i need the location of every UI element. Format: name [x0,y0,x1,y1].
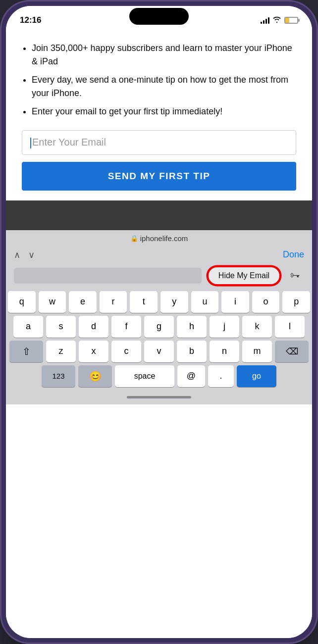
nav-up-arrow-icon[interactable]: ∧ [14,249,20,260]
send-my-first-tip-button[interactable]: SEND MY FIRST TIP [22,162,296,191]
keyboard-nav-bar: ∧ ∨ Done [6,247,312,263]
keyboard-row-3: ⇧ z x c v b n m ⌫ [8,341,310,362]
key-q[interactable]: q [8,291,36,313]
bullet-item-3: Enter your email to get your first tip i… [32,105,296,118]
bullet-item-2: Every day, we send a one-minute tip on h… [32,73,296,100]
key-c[interactable]: c [111,341,141,362]
key-w[interactable]: w [39,291,66,313]
key-a[interactable]: a [13,316,43,338]
key-f[interactable]: f [111,316,141,338]
wifi-icon [272,16,281,25]
key-g[interactable]: g [144,316,174,338]
key-u[interactable]: u [191,291,219,313]
home-indicator-area [6,392,312,404]
key-d[interactable]: d [79,316,108,338]
phone-frame: 12:16 [0,0,318,644]
cursor [30,138,31,149]
bullet-list: Join 350,000+ happy subscribers and lear… [22,42,296,118]
status-time: 12:16 [20,15,41,25]
key-o[interactable]: o [252,291,280,313]
key-period[interactable]: . [208,365,234,387]
keyboard: q w e r t y u i o p a s d f g [6,288,312,392]
battery-icon [284,17,298,24]
autocomplete-bar: Hide My Email 🗝 [6,263,312,288]
bullet-item-1: Join 350,000+ happy subscribers and lear… [32,42,296,68]
key-e[interactable]: e [69,291,97,313]
key-l[interactable]: l [275,316,305,338]
nav-down-arrow-icon[interactable]: ∨ [28,249,35,260]
keyboard-row-2: a s d f g h j k l [8,316,310,338]
page-content: Join 350,000+ happy subscribers and lear… [6,32,312,200]
key-r[interactable]: r [100,291,127,313]
key-go[interactable]: go [237,365,276,387]
key-shift[interactable]: ⇧ [9,341,43,362]
key-emoji[interactable]: 😊 [78,365,112,387]
key-s[interactable]: s [46,316,76,338]
safari-toolbar: 🔒 iphonelife.com [6,230,312,247]
dynamic-island [129,8,189,25]
safari-url-bar: 🔒 iphonelife.com [130,234,188,243]
key-delete[interactable]: ⌫ [275,341,309,362]
password-key-icon[interactable]: 🗝 [286,267,304,285]
key-j[interactable]: j [210,316,239,338]
key-at[interactable]: @ [177,365,205,387]
screen: 12:16 [6,6,312,638]
email-placeholder: Enter Your Email [32,137,106,148]
email-field[interactable]: Enter Your Email [30,137,288,149]
autocomplete-suggestion-blurred [14,268,202,284]
key-v[interactable]: v [144,341,174,362]
key-n[interactable]: n [210,341,239,362]
key-x[interactable]: x [79,341,108,362]
signal-bars-icon [261,17,269,24]
key-space[interactable]: space [115,365,174,387]
web-content: Join 350,000+ happy subscribers and lear… [6,32,312,638]
key-y[interactable]: y [160,291,188,313]
key-z[interactable]: z [46,341,76,362]
lock-icon: 🔒 [130,235,138,242]
email-input-wrapper[interactable]: Enter Your Email [22,130,296,155]
key-123[interactable]: 123 [42,365,75,387]
nav-arrows: ∧ ∨ [14,249,35,260]
keyboard-row-1: q w e r t y u i o p [8,291,310,313]
hide-my-email-button[interactable]: Hide My Email [208,266,280,285]
domain-label: iphonelife.com [140,234,188,243]
key-k[interactable]: k [242,316,272,338]
key-m[interactable]: m [242,341,272,362]
key-p[interactable]: p [282,291,310,313]
dark-separator [6,200,312,230]
key-h[interactable]: h [177,316,207,338]
status-icons [261,16,298,25]
key-t[interactable]: t [130,291,158,313]
home-bar [127,396,191,398]
done-button[interactable]: Done [283,249,304,260]
key-b[interactable]: b [177,341,207,362]
key-i[interactable]: i [221,291,249,313]
keyboard-row-4: 123 😊 space @ . go [8,365,310,387]
